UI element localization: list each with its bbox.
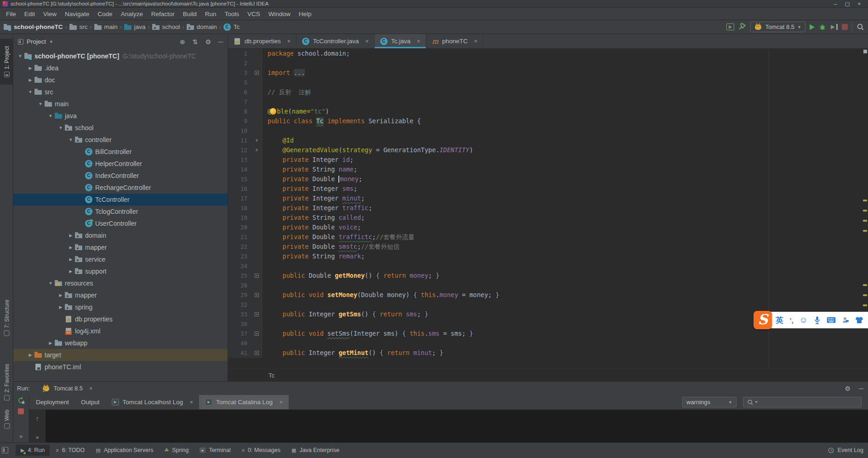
run-tab-output[interactable]: Output <box>75 395 106 409</box>
scroll-up-icon[interactable]: ↑ <box>35 414 39 422</box>
menu-item-build[interactable]: Build <box>179 9 201 19</box>
run-tab-deployment[interactable]: Deployment <box>30 395 75 409</box>
warning-stripe-mark[interactable] <box>863 200 867 201</box>
tree-item-main[interactable]: ▼main <box>13 98 228 110</box>
tree-item-helpercontroller[interactable]: CHelperController <box>13 158 228 170</box>
breadcrumb-item-school[interactable]: school <box>152 23 180 31</box>
log-search-input[interactable]: ▼ <box>743 397 862 407</box>
breadcrumb-class[interactable]: Tc <box>268 372 275 379</box>
run-button[interactable] <box>810 24 815 30</box>
fold-expand-icon[interactable]: + <box>255 293 259 297</box>
settings-gear-icon[interactable]: ⚙ <box>845 385 851 392</box>
editor-tab-db-properties[interactable]: db.properties× <box>228 34 297 48</box>
warning-stripe-mark[interactable] <box>863 210 867 212</box>
fold-marker[interactable]: ∨ <box>252 136 262 145</box>
search-everywhere-icon[interactable] <box>857 23 864 31</box>
ime-language-toggle[interactable]: 英 <box>776 315 783 326</box>
breadcrumb-item-domain[interactable]: domain <box>187 23 217 31</box>
tree-item-indexcontroller[interactable]: CIndexController <box>13 170 228 182</box>
fold-expand-icon[interactable]: + <box>255 351 259 355</box>
statusbar-item-application-servers[interactable]: ▤Application Servers <box>91 445 158 456</box>
menu-item-vcs[interactable]: VCS <box>243 9 264 19</box>
fold-expand-icon[interactable]: + <box>255 312 259 316</box>
statusbar-item-spring[interactable]: ☘Spring <box>159 445 194 456</box>
more-actions-icon[interactable]: » <box>19 433 23 440</box>
menu-item-navigate[interactable]: Navigate <box>61 9 93 19</box>
toolwindow-run-icon[interactable] <box>726 23 734 30</box>
collapsed-arrow-icon[interactable]: ▶ <box>26 353 34 357</box>
statusbar-item-0-messages[interactable]: ≡0: Messages <box>237 445 286 456</box>
statusbar-item-6-todo[interactable]: ≡6: TODO <box>51 445 90 456</box>
close-icon[interactable]: × <box>417 38 420 45</box>
menu-item-code[interactable]: Code <box>93 9 116 19</box>
event-log-button[interactable]: Event Log <box>828 447 863 453</box>
statusbar-item-java-enterprise[interactable]: ▦Java Enterprise <box>286 445 344 456</box>
stop-icon[interactable] <box>18 408 24 414</box>
expanded-arrow-icon[interactable]: ▼ <box>36 102 45 106</box>
tree-item-phonetc-iml[interactable]: phoneTC.iml <box>13 361 228 373</box>
more-actions-icon[interactable]: » <box>36 434 39 441</box>
tree-item-service[interactable]: ▶service <box>13 253 228 265</box>
expanded-arrow-icon[interactable]: ▼ <box>57 126 65 130</box>
collapse-all-icon[interactable]: ⇅ <box>193 38 198 46</box>
tree-item-webapp[interactable]: ▶webapp <box>13 337 228 349</box>
breadcrumb-item-main[interactable]: main <box>94 23 118 31</box>
warning-stripe-mark[interactable] <box>863 294 867 296</box>
debug-button[interactable] <box>819 23 826 31</box>
breadcrumb-item-src[interactable]: src <box>69 23 88 31</box>
tree-item-school-phonetc-phonetc-[interactable]: ▼school-phoneTC [phoneTC]G:\study\school… <box>13 50 228 62</box>
tree-item-db-properties[interactable]: db.properties <box>13 313 228 325</box>
collapsed-arrow-icon[interactable]: ▶ <box>67 269 75 274</box>
fold-marker[interactable]: ∧ <box>252 145 262 155</box>
run-config-tab[interactable]: Tomcat 8.5 × <box>38 383 97 394</box>
menu-item-tools[interactable]: Tools <box>221 9 244 19</box>
collapsed-arrow-icon[interactable]: ▶ <box>67 233 75 238</box>
stripe-button-1-project[interactable]: 1: Project <box>0 39 13 85</box>
chevron-down-icon[interactable]: ▼ <box>49 40 53 44</box>
stripe-button-7-structure[interactable]: 7: Structure <box>0 292 13 344</box>
expanded-arrow-icon[interactable]: ▼ <box>46 114 55 118</box>
menu-item-view[interactable]: View <box>39 9 61 19</box>
run-with-coverage-button[interactable] <box>830 24 838 30</box>
tree-item-rechargecontroller[interactable]: CRechargeController <box>13 182 228 194</box>
warning-stripe-mark[interactable] <box>863 230 867 232</box>
run-tab-tomcat-localhost-log[interactable]: ▸Tomcat Localhost Log× <box>106 395 199 409</box>
tree-item-tclogcontroller[interactable]: CTclogController <box>13 206 228 218</box>
tree-item-support[interactable]: ▶support <box>13 265 228 277</box>
stop-button[interactable] <box>842 24 848 30</box>
tree-item-doc[interactable]: ▶doc <box>13 74 228 86</box>
breadcrumb-item-java[interactable]: java <box>124 23 146 31</box>
stripe-button-2-favorites[interactable]: 2: Favorites <box>0 356 13 408</box>
statusbar-item-terminal[interactable]: ▸Terminal <box>194 445 235 456</box>
maximize-button[interactable]: ▢ <box>841 1 853 7</box>
tree-item-tccontroller[interactable]: CTcController <box>13 194 228 206</box>
tree-item-target[interactable]: ▶target <box>13 349 228 361</box>
close-button[interactable]: × <box>853 1 865 6</box>
ime-emoji-icon[interactable]: ☺ <box>799 315 808 325</box>
log-level-select[interactable]: warnings ▼ <box>682 397 737 407</box>
close-icon[interactable]: × <box>474 38 477 45</box>
fold-marker[interactable]: + <box>252 290 262 300</box>
warning-stripe-mark[interactable] <box>863 284 867 286</box>
menu-item-window[interactable]: Window <box>264 9 295 19</box>
collapsed-arrow-icon[interactable]: ▶ <box>26 78 34 82</box>
expanded-arrow-icon[interactable]: ▼ <box>67 137 75 142</box>
fold-expand-icon[interactable]: + <box>255 71 259 75</box>
tree-item-src[interactable]: ▼src <box>13 86 228 98</box>
console-output[interactable] <box>46 410 868 442</box>
tree-item-usercontroller[interactable]: CUserController <box>13 218 228 229</box>
run-configuration-select[interactable]: Tomcat 8.5 ▼ <box>750 22 805 32</box>
tree-item-java[interactable]: ▼java <box>13 110 228 122</box>
tree-item-controller[interactable]: ▼controller <box>13 134 228 146</box>
menu-item-file[interactable]: File <box>2 9 20 19</box>
hide-panel-icon[interactable]: ─ <box>859 385 863 392</box>
close-icon[interactable]: × <box>89 385 92 392</box>
run-tab-tomcat-catalina-log[interactable]: ▸Tomcat Catalina Log× <box>199 395 289 409</box>
breadcrumb-item-school-phonetc[interactable]: school-phoneTC <box>4 23 63 31</box>
editor-tab-tc-java[interactable]: CTc.java× <box>375 34 426 48</box>
tree-item-school[interactable]: ▼school <box>13 122 228 134</box>
menu-item-analyze[interactable]: Analyze <box>117 9 147 19</box>
fold-expand-icon[interactable]: + <box>255 332 259 336</box>
stripe-button-web[interactable]: Web <box>0 407 13 431</box>
close-icon[interactable]: × <box>190 399 193 406</box>
